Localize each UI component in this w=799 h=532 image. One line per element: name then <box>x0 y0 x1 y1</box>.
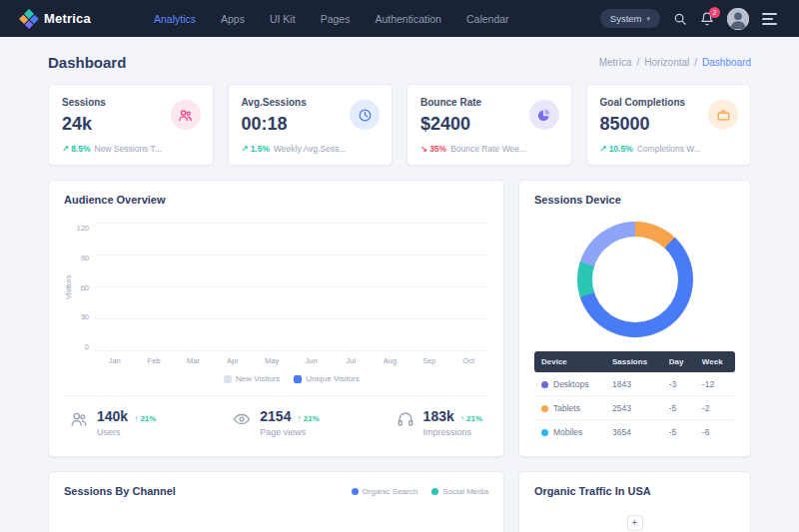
x-axis-label: Aug <box>379 356 400 365</box>
card-title: Sessions By Channel <box>64 485 176 497</box>
x-axis-label: Jul <box>340 356 362 365</box>
page-content: Dashboard Metrica/Horizontal/Dashboard S… <box>0 37 799 532</box>
nav-item-calendar[interactable]: Calendar <box>466 13 509 25</box>
avatar-icon <box>727 8 749 30</box>
bar-chart-yaxis: 1209060300 <box>73 224 95 351</box>
menu-toggle-button[interactable] <box>762 11 777 27</box>
table-row: Desktops1843-3-12 <box>534 372 735 396</box>
stat-card-avg-sessions: Avg.Sessions 00:18 ↗1.5% Weekly Avg.Sess… <box>228 84 394 166</box>
bar-chart-plot <box>95 224 488 351</box>
x-axis-label: Jun <box>301 356 323 365</box>
audience-stat-impressions: 183k ↑ 21% Impressions <box>397 408 482 437</box>
unique-visitors-swatch <box>294 375 302 383</box>
audience-stat-users: 140k ↑ 21% Users <box>70 408 156 437</box>
sessions-by-channel-card: Sessions By Channel Organic SearchSocial… <box>48 471 504 532</box>
organic-traffic-card: Organic Traffic In USA + <box>518 471 751 532</box>
card-title: Audience Overview <box>64 194 488 206</box>
legend-dot <box>352 488 359 495</box>
audience-stat-pageviews: 2154 ↑ 21% Page views <box>233 408 319 437</box>
search-icon <box>673 12 687 26</box>
notifications-button[interactable]: 2 <box>700 12 714 26</box>
x-axis-label: Oct <box>457 356 479 365</box>
stat-card-footnote: ↗8.5% New Sessions T... <box>62 144 200 154</box>
audience-bar-chart: Visitors 1209060300 JanFebMarAprMayJunJu… <box>64 224 488 383</box>
breadcrumb-separator: / <box>636 57 639 68</box>
card-title: Sessions Device <box>534 194 735 206</box>
device-table-head-row: DeviceSassionsDayWeek <box>534 351 735 372</box>
map-zoom-in-button[interactable]: + <box>627 515 643 531</box>
breadcrumb-item[interactable]: Horizontal <box>644 57 689 68</box>
table-header-cell: Device <box>534 351 605 372</box>
system-dropdown-label: System <box>610 13 642 24</box>
navbar-actions: System ▾ 2 <box>600 8 777 30</box>
page-title: Dashboard <box>48 54 126 71</box>
chart-legend: New Visitors Unique Visitors <box>95 374 488 383</box>
audience-stats-row: 140k ↑ 21% Users 2154 ↑ 21% <box>64 396 488 439</box>
legend-social-media: Social Media <box>431 487 488 496</box>
stat-card-sessions: Sessions 24k ↗8.5% New Sessions T... <box>48 84 214 166</box>
nav-item-analytics[interactable]: Analytics <box>154 13 196 25</box>
card-title: Organic Traffic In USA <box>534 485 735 497</box>
breadcrumb-item[interactable]: Metrica <box>599 57 632 68</box>
gridline <box>95 255 488 256</box>
legend-organic-search: Organic Search <box>352 487 418 496</box>
y-axis-tick: 0 <box>85 342 89 351</box>
new-visitors-swatch <box>224 375 232 383</box>
brand[interactable]: Metrica <box>22 11 140 26</box>
donut-hole <box>592 237 678 322</box>
headset-icon <box>397 410 414 432</box>
x-axis-label: Jan <box>104 356 126 365</box>
arrow-up-icon: ↑ <box>134 414 138 423</box>
stat-card-bounce-rate: Bounce Rate $2400 ↘35% Bounce Rate Wee..… <box>406 84 572 166</box>
y-axis-title: Visitors <box>64 224 73 351</box>
audience-overview-card: Audience Overview Visitors 1209060300 Ja… <box>48 180 504 457</box>
nav-item-ui-kit[interactable]: UI Kit <box>270 13 296 25</box>
search-button[interactable] <box>673 12 687 26</box>
sessions-device-donut-chart <box>577 222 693 337</box>
bottom-row: Sessions By Channel Organic SearchSocial… <box>48 471 751 532</box>
nav-menu: AnalyticsAppsUI KitPagesAuthenticationCa… <box>154 13 509 25</box>
table-header-cell: Sassions <box>605 351 662 372</box>
notification-badge: 2 <box>709 7 720 18</box>
brand-name: Metrica <box>44 11 91 26</box>
user-avatar[interactable] <box>727 8 749 30</box>
pie-chart-icon <box>529 100 559 130</box>
x-axis-label: Apr <box>222 356 244 365</box>
breadcrumb-separator: / <box>694 57 697 68</box>
x-axis-label: Feb <box>143 356 165 365</box>
nav-item-authentication[interactable]: Authentication <box>375 13 441 25</box>
trend-down-icon: ↘ <box>420 144 427 154</box>
eye-icon <box>233 410 251 432</box>
y-axis-tick: 90 <box>81 254 89 263</box>
briefcase-icon <box>708 100 738 130</box>
stat-card-footnote: ↗10.5% Completions W... <box>600 144 738 154</box>
gridline <box>95 223 488 224</box>
nav-item-pages[interactable]: Pages <box>321 13 351 25</box>
breadcrumb: Metrica/Horizontal/Dashboard <box>599 57 751 68</box>
device-table-body: Desktops1843-3-12Tablets2543-5-2Mobiles3… <box>534 372 735 443</box>
device-dot <box>541 381 548 388</box>
system-dropdown[interactable]: System ▾ <box>600 9 660 28</box>
chevron-down-icon: ▾ <box>646 15 650 23</box>
device-dot <box>541 429 548 436</box>
channel-legend: Organic SearchSocial Media <box>352 487 488 496</box>
gridline <box>95 318 488 319</box>
main-row: Audience Overview Visitors 1209060300 Ja… <box>48 180 751 457</box>
top-navbar: Metrica AnalyticsAppsUI KitPagesAuthenti… <box>0 0 799 37</box>
app: Metrica AnalyticsAppsUI KitPagesAuthenti… <box>0 0 799 532</box>
trend-up-icon: ↗ <box>242 144 249 154</box>
table-row: Mobiles3654-5-6 <box>534 420 735 444</box>
legend-dot <box>431 488 438 495</box>
nav-item-apps[interactable]: Apps <box>221 13 245 25</box>
sessions-device-card: Sessions Device DeviceSassionsDayWeek De… <box>518 180 751 457</box>
legend-new-visitors: New Visitors <box>224 374 280 383</box>
page-header: Dashboard Metrica/Horizontal/Dashboard <box>48 37 751 84</box>
stat-card-footnote: ↘35% Bounce Rate Wee... <box>420 144 558 154</box>
gridline <box>95 350 488 351</box>
table-header-cell: Week <box>695 351 735 372</box>
legend-unique-visitors: Unique Visitors <box>294 374 360 383</box>
brand-logo-icon <box>19 9 39 29</box>
users-icon <box>70 410 88 432</box>
gridline <box>95 286 488 287</box>
stat-cards-row: Sessions 24k ↗8.5% New Sessions T... Avg… <box>48 84 751 166</box>
